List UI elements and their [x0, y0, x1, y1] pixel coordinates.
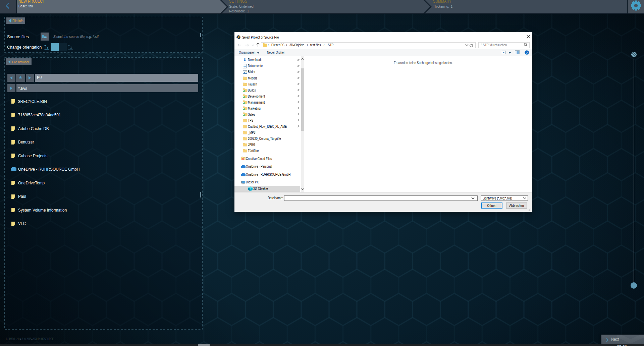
svg-text:Z: Z	[70, 46, 72, 49]
svg-text:Y: Y	[47, 46, 49, 49]
svg-text:?: ?	[526, 51, 528, 54]
